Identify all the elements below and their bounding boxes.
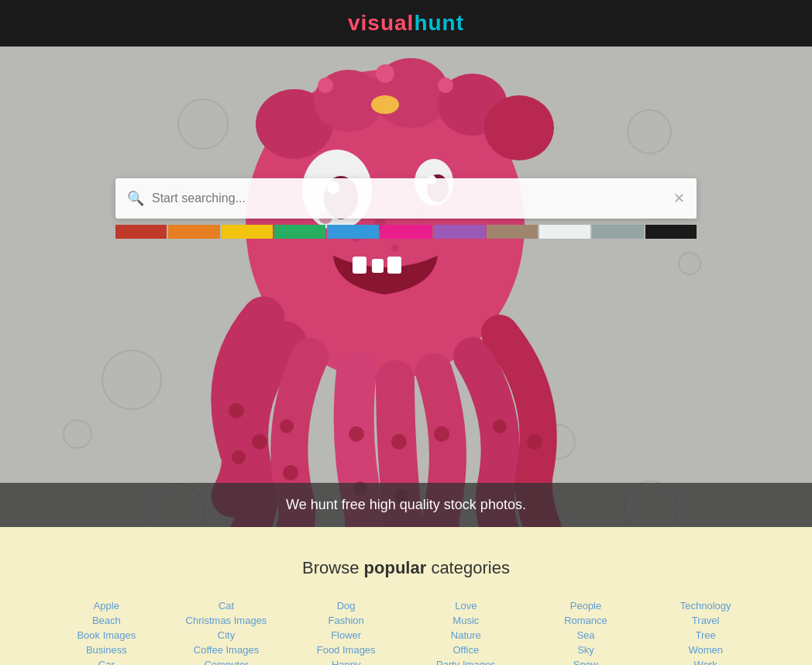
category-link-coffee-images[interactable]: Coffee Images [194, 644, 259, 656]
svg-point-40 [527, 434, 542, 450]
category-link-cat[interactable]: Cat [218, 600, 234, 612]
svg-point-42 [376, 64, 394, 83]
category-link-office[interactable]: Office [452, 644, 479, 656]
logo-visual: visual [348, 11, 414, 35]
search-box: 🔍 ✕ [115, 178, 697, 219]
svg-rect-22 [372, 259, 384, 273]
browse-heading-end: categories [426, 558, 510, 577]
category-column-col6: TechnologyTravelTreeWomenWork [645, 600, 766, 665]
category-column-col2: CatChristmas ImagesCityCoffee ImagesComp… [167, 600, 287, 665]
svg-point-31 [252, 434, 267, 450]
category-link-technology[interactable]: Technology [680, 600, 731, 612]
category-link-christmas-images[interactable]: Christmas Images [186, 615, 267, 626]
category-link-work[interactable]: Work [694, 659, 717, 665]
svg-point-3 [102, 350, 161, 409]
browse-heading-bold: popular [364, 558, 427, 577]
svg-point-0 [178, 99, 228, 149]
swatch-gray[interactable] [592, 225, 643, 239]
svg-point-29 [229, 403, 244, 419]
category-link-romance[interactable]: Romance [564, 615, 607, 626]
swatch-black[interactable] [645, 225, 697, 239]
category-link-city[interactable]: City [218, 629, 235, 641]
svg-point-41 [318, 78, 333, 93]
category-link-computer[interactable]: Computer [204, 659, 248, 665]
category-column-col4: LoveMusicNatureOfficeParty Images [406, 600, 526, 665]
svg-point-14 [484, 95, 554, 160]
category-link-car[interactable]: Car [98, 659, 115, 665]
category-link-love[interactable]: Love [455, 600, 477, 612]
swatch-pink[interactable] [380, 225, 432, 239]
svg-point-33 [283, 465, 298, 481]
svg-point-30 [232, 450, 246, 464]
category-link-dog[interactable]: Dog [337, 600, 356, 612]
swatch-brown[interactable] [487, 225, 538, 239]
hero-section: 🔍 ✕ We hunt free high quality stock phot… [0, 47, 812, 527]
category-link-apple[interactable]: Apple [94, 600, 119, 612]
site-header: visualhunt [0, 0, 812, 47]
category-column-col3: DogFashionFlowerFood ImagesHappy [286, 600, 406, 665]
swatch-green[interactable] [274, 225, 325, 239]
svg-point-34 [349, 426, 364, 442]
swatch-white[interactable] [539, 225, 590, 239]
site-logo[interactable]: visualhunt [348, 11, 464, 36]
category-column-col1: AppleBeachBook ImagesBusinessCar [46, 600, 167, 665]
swatch-purple[interactable] [433, 225, 484, 239]
category-link-snow[interactable]: Snow [573, 659, 599, 665]
svg-point-4 [64, 420, 91, 448]
browse-section: Browse popular categories AppleBeachBook… [0, 527, 812, 665]
browse-heading-regular: Browse [302, 558, 363, 577]
category-link-party-images[interactable]: Party Images [436, 659, 496, 665]
category-link-music[interactable]: Music [452, 615, 479, 626]
tagline-text: We hunt free high quality stock photos. [286, 497, 526, 512]
svg-point-36 [391, 434, 407, 450]
svg-point-27 [391, 244, 399, 252]
svg-rect-21 [353, 257, 366, 274]
search-icon: 🔍 [127, 190, 144, 207]
category-link-sea[interactable]: Sea [576, 629, 594, 641]
svg-point-2 [628, 110, 671, 153]
svg-point-32 [280, 419, 294, 433]
category-link-people[interactable]: People [570, 600, 601, 612]
color-swatches [115, 225, 697, 239]
browse-heading: Browse popular categories [46, 558, 766, 578]
swatch-red[interactable] [115, 225, 167, 239]
swatch-blue[interactable] [327, 225, 378, 239]
category-link-tree[interactable]: Tree [696, 629, 716, 641]
search-area: 🔍 ✕ [115, 178, 697, 239]
category-link-food-images[interactable]: Food Images [317, 644, 376, 656]
swatch-orange[interactable] [168, 225, 219, 239]
category-link-travel[interactable]: Travel [692, 615, 720, 626]
search-clear-button[interactable]: ✕ [673, 190, 685, 207]
category-link-book-images[interactable]: Book Images [77, 629, 136, 641]
svg-point-44 [371, 95, 399, 114]
svg-point-43 [438, 78, 453, 93]
tagline-bar: We hunt free high quality stock photos. [0, 483, 812, 527]
category-link-business[interactable]: Business [86, 644, 127, 656]
search-input[interactable] [152, 191, 673, 205]
category-link-happy[interactable]: Happy [332, 659, 361, 665]
logo-hunt: hunt [414, 11, 464, 35]
category-link-sky[interactable]: Sky [577, 644, 594, 656]
swatch-yellow[interactable] [222, 225, 273, 239]
category-link-fashion[interactable]: Fashion [329, 615, 364, 626]
monster-illustration [0, 47, 812, 527]
category-link-beach[interactable]: Beach [92, 615, 121, 626]
category-link-nature[interactable]: Nature [451, 629, 481, 641]
category-link-women[interactable]: Women [688, 644, 723, 656]
category-column-col5: PeopleRomanceSeaSkySnow [526, 600, 646, 665]
category-link-flower[interactable]: Flower [331, 629, 361, 641]
svg-point-39 [493, 419, 507, 433]
svg-point-38 [434, 426, 449, 442]
categories-grid: AppleBeachBook ImagesBusinessCarCatChris… [46, 600, 766, 665]
svg-rect-23 [387, 257, 401, 274]
svg-point-8 [679, 253, 700, 274]
